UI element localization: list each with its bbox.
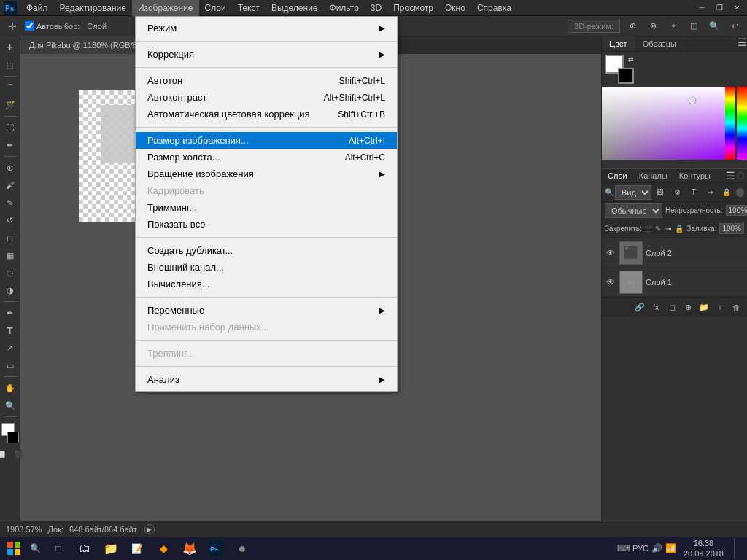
layer-delete-btn[interactable]: 🗑 xyxy=(729,301,743,314)
menu-analyze-item[interactable]: Анализ ▶ xyxy=(136,371,397,388)
menu-view[interactable]: Просмотр xyxy=(387,0,439,16)
eraser-tool[interactable]: ◻ xyxy=(2,230,18,246)
menu-trim-item[interactable]: Тримминг... xyxy=(136,199,397,216)
menu-showall-item[interactable]: Показать все xyxy=(136,216,397,233)
layer-filter-btn4[interactable]: ⇥ xyxy=(703,184,718,201)
eyedropper-tool[interactable]: ✒ xyxy=(2,137,18,153)
menu-calc-item[interactable]: Вычисления... xyxy=(136,276,397,292)
fill-value[interactable]: 100% xyxy=(719,223,744,234)
layer-filter-btn3[interactable]: T xyxy=(686,184,701,201)
layer-filter-btn2[interactable]: ⚙ xyxy=(670,184,685,201)
blur-tool[interactable]: ◌ xyxy=(2,265,18,281)
magic-wand-tool[interactable]: 🪄 xyxy=(2,97,18,113)
toolbar-option4[interactable]: ◫ xyxy=(686,18,702,34)
close-button[interactable]: ✕ xyxy=(729,2,744,14)
taskbar-app-sublime[interactable]: ◆ xyxy=(150,538,177,559)
screen-mode-btn[interactable]: ⬛ xyxy=(11,446,27,462)
menu-rotate-item[interactable]: Вращение изображения ▶ xyxy=(136,166,397,182)
lock-btn-4[interactable]: 🔒 xyxy=(675,223,684,235)
tab-paths[interactable]: Контуры xyxy=(673,169,716,182)
blend-mode-select[interactable]: Обычные xyxy=(605,203,662,218)
hand-tool[interactable]: ✋ xyxy=(2,380,18,396)
tab-swatches[interactable]: Образцы xyxy=(635,36,684,51)
restore-button[interactable]: ❐ xyxy=(712,2,727,14)
menu-edit[interactable]: Редактирование xyxy=(54,0,132,16)
path-tool[interactable]: ↗ xyxy=(2,340,18,356)
color-gradient[interactable] xyxy=(602,87,725,160)
layer-new-btn[interactable]: + xyxy=(713,301,727,314)
taskbar-app-other[interactable]: ● xyxy=(229,538,255,559)
layers-panel-options-icon[interactable]: ☰ xyxy=(726,170,735,182)
menu-autotone-item[interactable]: Автотон Shift+Ctrl+L xyxy=(136,72,397,89)
tab-color[interactable]: Цвет xyxy=(602,36,635,51)
color-panel-options-icon[interactable]: ☰ xyxy=(738,36,747,51)
move-tool-btn[interactable]: ✛ xyxy=(4,18,20,34)
layer-filter-btn1[interactable]: 🖼 xyxy=(653,184,668,201)
lock-btn-1[interactable]: ⬚ xyxy=(645,223,652,235)
menu-layers[interactable]: Слои xyxy=(199,0,232,16)
menu-image[interactable]: Изображение xyxy=(132,0,199,16)
heal-tool[interactable]: ⊕ xyxy=(2,160,18,176)
toolbar-option5[interactable]: ↩ xyxy=(727,18,743,34)
clone-tool[interactable]: ✎ xyxy=(2,195,18,211)
layers-filter-select[interactable]: Вид xyxy=(615,185,651,200)
brush-tool[interactable]: 🖌 xyxy=(2,177,18,193)
menu-window[interactable]: Окно xyxy=(439,0,471,16)
menu-imagesize-item[interactable]: Размер изображения... Alt+Ctrl+I xyxy=(136,132,397,149)
menu-mode-item[interactable]: Режим ▶ xyxy=(136,20,397,36)
layer-adj-btn[interactable]: ⊕ xyxy=(681,301,694,314)
zoom-tool[interactable]: 🔍 xyxy=(2,397,18,413)
toolbar-search[interactable]: 🔍 xyxy=(706,18,722,34)
menu-filter[interactable]: Фильтр xyxy=(324,0,365,16)
layer-row-2[interactable]: 👁 ⬛ Слой 2 xyxy=(602,238,747,268)
autovybor-checkbox[interactable] xyxy=(25,21,34,31)
layer-mask-btn[interactable]: ◻ xyxy=(665,301,678,314)
bg-swatch[interactable] xyxy=(618,68,634,84)
toolbar-option1[interactable]: ⊕ xyxy=(624,18,640,34)
layer-filter-toggle[interactable] xyxy=(736,188,744,197)
menu-extchannel-item[interactable]: Внешний канал... xyxy=(136,259,397,276)
taskbar-task-view[interactable]: □ xyxy=(45,538,71,559)
3d-mode-btn[interactable]: 3D-режим: xyxy=(568,20,620,33)
menu-autocolor-item[interactable]: Автоматическая цветовая коррекция Shift+… xyxy=(136,106,397,122)
menu-select[interactable]: Выделение xyxy=(266,0,324,16)
show-desktop-btn[interactable] xyxy=(734,538,738,559)
doc-info-btn[interactable]: ▶ xyxy=(144,524,155,534)
taskbar-app-ps[interactable]: Ps xyxy=(203,538,229,559)
layer-filter-btn5[interactable]: 🔒 xyxy=(719,184,735,201)
menu-autocontrast-item[interactable]: Автоконтраст Alt+Shift+Ctrl+L xyxy=(136,89,397,106)
menu-3d[interactable]: 3D xyxy=(365,0,387,16)
layer-fx-btn[interactable]: fx xyxy=(649,301,662,314)
hue-slider[interactable] xyxy=(725,87,735,160)
menu-help[interactable]: Справка xyxy=(471,0,517,16)
shape-tool[interactable]: ▭ xyxy=(2,357,18,373)
start-button[interactable] xyxy=(3,538,25,559)
pen-tool[interactable]: ✒ xyxy=(2,305,18,321)
layer-eye-2[interactable]: 👁 xyxy=(605,247,616,259)
menu-vars-item[interactable]: Переменные ▶ xyxy=(136,302,397,319)
crop-tool[interactable]: ⛶ xyxy=(2,120,18,136)
menu-correction-item[interactable]: Коррекция ▶ xyxy=(136,46,397,63)
toolbar-option2[interactable]: ⊗ xyxy=(645,18,661,34)
taskbar-app-folder[interactable]: 📁 xyxy=(98,538,124,559)
dodge-tool[interactable]: ◑ xyxy=(2,282,18,298)
alpha-slider[interactable] xyxy=(737,87,747,160)
gradient-tool[interactable]: ▦ xyxy=(2,247,18,263)
layer-link-btn[interactable]: 🔗 xyxy=(633,301,646,314)
quick-mask-btn[interactable]: ⬜ xyxy=(0,446,9,462)
menu-canvassize-item[interactable]: Размер холста... Alt+Ctrl+C xyxy=(136,149,397,166)
toolbar-option3[interactable]: ⌖ xyxy=(665,18,681,34)
menu-text[interactable]: Текст xyxy=(232,0,266,16)
minimize-button[interactable]: ─ xyxy=(694,2,709,14)
tab-layers[interactable]: Слои xyxy=(602,169,633,182)
history-tool[interactable]: ↺ xyxy=(2,212,18,228)
layer-row-1[interactable]: 👁 ▭ Слой 1 xyxy=(602,268,747,297)
lock-btn-2[interactable]: ✎ xyxy=(655,223,662,235)
layer-group-btn[interactable]: 📁 xyxy=(697,301,711,314)
taskbar-app-notepad[interactable]: 📝 xyxy=(124,538,150,559)
tab-channels[interactable]: Каналы xyxy=(633,169,673,182)
marquee-tool[interactable]: ⬚ xyxy=(2,57,18,73)
layer-eye-1[interactable]: 👁 xyxy=(605,276,616,288)
taskbar-app-firefox[interactable]: 🦊 xyxy=(177,538,203,559)
opacity-value[interactable]: 100% xyxy=(726,205,747,216)
